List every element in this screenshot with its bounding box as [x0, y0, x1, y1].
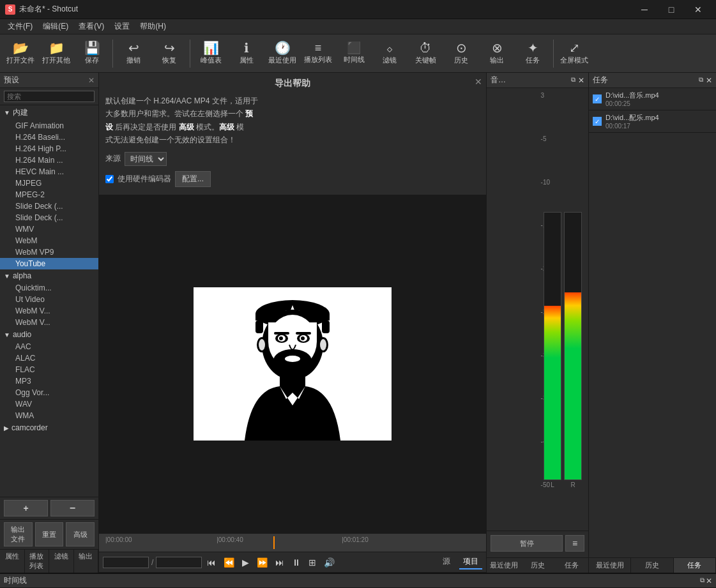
export-help-close-button[interactable]: ✕: [475, 77, 482, 87]
tab-playlist[interactable]: 播放列表: [25, 550, 50, 573]
tasks-panel-close-icon[interactable]: ✕: [706, 76, 712, 85]
preset-youtube[interactable]: YouTube: [0, 258, 98, 269]
preset-utvideo[interactable]: Ut Video: [0, 294, 98, 305]
audio-panel-float-icon[interactable]: ⧉: [571, 76, 575, 85]
keyframes-button[interactable]: ⏱ 关键帧: [409, 37, 442, 70]
group-camcorder-header[interactable]: ▶ camcorder: [0, 421, 98, 434]
preset-quicktime[interactable]: Quicktim...: [0, 282, 98, 294]
volume-button[interactable]: 🔊: [321, 556, 337, 569]
preset-h264-main[interactable]: H.264 Main ...: [0, 155, 98, 166]
preset-webm[interactable]: WebM: [0, 235, 98, 246]
preset-ogg[interactable]: Ogg Vor...: [0, 387, 98, 398]
recent-button[interactable]: 🕐 最近使用: [266, 37, 299, 70]
preset-wma[interactable]: WMA: [0, 410, 98, 421]
reset-button[interactable]: 重置: [35, 522, 64, 547]
hw-encoder-checkbox[interactable]: [105, 175, 114, 183]
preset-gif[interactable]: GIF Animation: [0, 120, 98, 132]
preset-aac[interactable]: AAC: [0, 341, 98, 352]
tab-tasks[interactable]: 任务: [554, 558, 588, 573]
timeline-close-icon[interactable]: ✕: [706, 577, 712, 585]
preset-h264-baseline[interactable]: H.264 Baseli...: [0, 132, 98, 143]
preset-wmv[interactable]: WMV: [0, 223, 98, 235]
preset-mpeg2[interactable]: MPEG-2: [0, 189, 98, 200]
fullscreen-button[interactable]: ⤢ 全屏模式: [558, 37, 591, 70]
preset-h264-high[interactable]: H.264 High P...: [0, 143, 98, 155]
tab-history[interactable]: 历史: [521, 558, 554, 573]
skip-to-start-button[interactable]: ⏮: [204, 556, 218, 569]
menu-edit[interactable]: 编辑(E): [38, 20, 73, 33]
history-button[interactable]: ⊙ 历史: [445, 37, 478, 70]
pause-button[interactable]: 暂停: [491, 535, 563, 552]
skip-to-end-button[interactable]: ⏭: [273, 556, 287, 569]
tasks-tab-tasks[interactable]: 任务: [674, 558, 716, 573]
add-preset-button[interactable]: +: [4, 500, 48, 516]
presets-close-icon[interactable]: ✕: [88, 76, 95, 85]
source-tab[interactable]: 源: [439, 555, 454, 569]
preset-mjpeg[interactable]: MJPEG: [0, 177, 98, 189]
advanced-button[interactable]: 高级: [66, 522, 95, 547]
preset-flac[interactable]: FLAC: [0, 364, 98, 375]
preset-slidedeck1[interactable]: Slide Deck (...: [0, 200, 98, 212]
config-button[interactable]: 配置...: [175, 171, 211, 187]
save-button[interactable]: 💾 保存: [75, 37, 109, 70]
project-tab[interactable]: 项目: [459, 555, 482, 569]
minimize-button[interactable]: ─: [632, 1, 657, 19]
group-builtin-header[interactable]: ▼ 内建: [0, 105, 98, 120]
menu-file[interactable]: 文件(F): [3, 20, 38, 33]
maximize-button[interactable]: □: [659, 1, 684, 19]
total-time-input[interactable]: 00:01:59: [156, 557, 202, 568]
filters-button[interactable]: ⬦ 滤镜: [373, 37, 406, 70]
tab-recent-used[interactable]: 最近使用: [487, 558, 521, 573]
tab-properties[interactable]: 属性: [0, 550, 25, 573]
audio-panel-close-icon[interactable]: ✕: [578, 76, 584, 85]
menu-help[interactable]: 帮助(H): [135, 20, 171, 33]
audio-panel-controls: 暂停 ≡: [487, 531, 588, 557]
preset-wav[interactable]: WAV: [0, 398, 98, 410]
preset-webmv2[interactable]: WebM V...: [0, 317, 98, 328]
preset-hevc[interactable]: HEVC Main ...: [0, 166, 98, 177]
tasks-panel-float-icon[interactable]: ⧉: [699, 76, 703, 85]
step-forward-button[interactable]: ⏩: [254, 556, 270, 569]
menu-settings[interactable]: 设置: [109, 20, 135, 33]
playlist-button[interactable]: ≡ 播放列表: [301, 37, 335, 70]
remove-preset-button[interactable]: −: [50, 500, 95, 516]
task-item-2[interactable]: ✓ D:\vid...配乐.mp4 00:00:17: [589, 110, 716, 133]
close-button[interactable]: ✕: [685, 1, 711, 19]
keyframes-icon: ⏱: [419, 41, 432, 54]
timeline-button[interactable]: ⬛ 时间线: [337, 37, 370, 70]
preset-slidedeck2[interactable]: Slide Deck (...: [0, 212, 98, 223]
menu-view[interactable]: 查看(V): [73, 20, 109, 33]
redo-button[interactable]: ↪ 恢复: [153, 37, 186, 70]
task-item-1[interactable]: ✓ D:\vid...音乐.mp4 00:00:25: [589, 88, 716, 110]
peak-meter-button[interactable]: 📊 峰值表: [194, 37, 227, 70]
properties-button[interactable]: ℹ 属性: [230, 37, 263, 70]
open-file-button[interactable]: 📂 打开文件: [4, 37, 37, 70]
export-button[interactable]: ⊗ 输出: [480, 37, 514, 70]
step-back-button[interactable]: ⏪: [221, 556, 237, 569]
audio-menu-button[interactable]: ≡: [565, 535, 584, 552]
tasks-panel: 任务 ⧉ ✕ ✓ D:\vid...音乐.mp4 00:00:25 ✓ D:\v…: [588, 73, 716, 573]
source-select[interactable]: 时间线: [125, 152, 167, 166]
open-other-button[interactable]: 📁 打开其他: [40, 37, 73, 70]
preset-mp3[interactable]: MP3: [0, 375, 98, 387]
current-time-input[interactable]: 00:00:54:22: [103, 557, 149, 568]
play-button[interactable]: ▶: [240, 556, 252, 569]
jobs-button[interactable]: ✦ 任务: [516, 37, 549, 70]
grid-button[interactable]: ⊞: [306, 556, 319, 569]
group-audio-header[interactable]: ▼ audio: [0, 328, 98, 341]
tasks-tab-recent[interactable]: 最近使用: [589, 558, 631, 573]
toggle-button[interactable]: ⏸: [289, 556, 303, 569]
search-input[interactable]: [4, 91, 95, 102]
group-alpha-header[interactable]: ▼ alpha: [0, 269, 98, 282]
svg-rect-24: [322, 320, 330, 333]
output-file-button[interactable]: 输出文件: [4, 522, 33, 547]
timeline-float-icon[interactable]: ⧉: [700, 577, 705, 585]
tasks-tab-history[interactable]: 历史: [631, 558, 673, 573]
tab-output[interactable]: 输出: [74, 550, 99, 573]
undo-button[interactable]: ↩ 撤销: [117, 37, 150, 70]
preview-timeline-bar[interactable]: |00:00:00 |00:00:40 |00:01:20: [99, 533, 486, 552]
tab-filters[interactable]: 滤镜: [49, 550, 74, 573]
preset-alac[interactable]: ALAC: [0, 352, 98, 364]
preset-webmv1[interactable]: WebM V...: [0, 305, 98, 317]
preset-webmvp9[interactable]: WebM VP9: [0, 246, 98, 258]
